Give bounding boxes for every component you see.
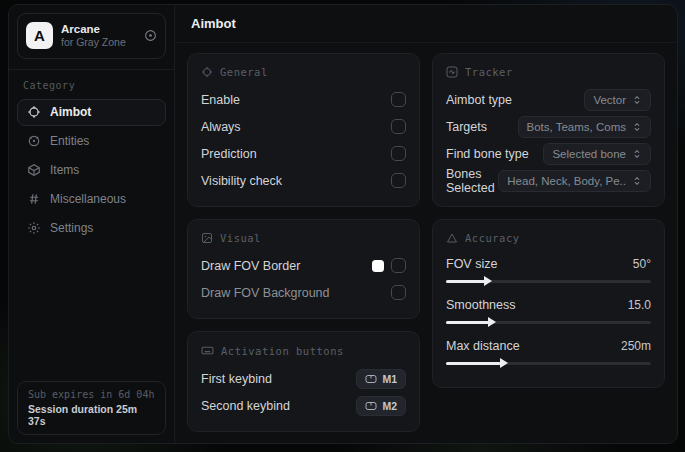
page-title: Aimbot	[191, 16, 236, 31]
always-checkbox[interactable]	[391, 119, 406, 134]
keybind-value: M1	[382, 373, 397, 385]
enable-checkbox[interactable]	[391, 92, 406, 107]
visual-card: Visual Draw FOV Border Draw FOV Backgrou…	[187, 219, 420, 319]
find-bone-type-dropdown[interactable]: Selected bone	[543, 143, 651, 165]
profile-settings-icon[interactable]	[144, 29, 157, 42]
sidebar-item-entities[interactable]: Entities	[17, 128, 166, 155]
slider-thumb[interactable]	[488, 317, 496, 327]
controls	[372, 258, 406, 273]
slider-thumb[interactable]	[484, 276, 492, 286]
sidebar-item-miscellaneous[interactable]: Miscellaneous	[17, 186, 166, 213]
setting-label: Prediction	[201, 147, 257, 161]
subscription-info: Sub expires in 6d 04h Session duration 2…	[17, 381, 166, 435]
keyboard-icon	[201, 344, 214, 357]
triangle-icon	[446, 232, 458, 244]
activation-buttons-card: Activation buttons First keybind M1 Seco…	[187, 331, 420, 432]
setting-label: Targets	[446, 120, 487, 134]
slider-value: 50°	[633, 257, 651, 271]
dropdown-value: Selected bone	[552, 148, 626, 160]
accuracy-card: Accuracy FOV size 50°	[432, 219, 665, 388]
activity-icon	[446, 66, 458, 78]
mouse-icon	[365, 401, 377, 411]
misc-icon	[27, 192, 41, 206]
sidebar-item-items[interactable]: Items	[17, 157, 166, 184]
second-keybind-button[interactable]: M2	[356, 396, 406, 416]
sidebar-divider	[9, 69, 174, 70]
session-duration-text: Session duration 25m 37s	[28, 403, 155, 427]
chevrons-up-down-icon	[632, 95, 642, 105]
main-header: Aimbot	[175, 5, 677, 43]
card-title: Accuracy	[465, 232, 520, 244]
setting-label: Visibility check	[201, 174, 282, 188]
general-card-header: General	[201, 66, 406, 78]
prediction-checkbox[interactable]	[391, 146, 406, 161]
setting-row-draw-fov-background: Draw FOV Background	[201, 279, 406, 306]
app-logo: A	[26, 22, 53, 49]
accuracy-card-header: Accuracy	[446, 232, 651, 244]
sidebar-item-settings[interactable]: Settings	[17, 215, 166, 242]
setting-row-targets: Targets Bots, Teams, Coms	[446, 113, 651, 140]
chevrons-up-down-icon	[632, 176, 642, 186]
dropdown-value: Head, Neck, Body, Pe..	[507, 175, 626, 187]
sidebar-item-label: Settings	[50, 221, 93, 235]
fov-border-color-swatch[interactable]	[372, 260, 384, 272]
first-keybind-button[interactable]: M1	[356, 369, 406, 389]
content-area: General Enable Always Prediction	[175, 43, 677, 443]
general-card: General Enable Always Prediction	[187, 53, 420, 207]
setting-label: Draw FOV Border	[201, 259, 300, 273]
profile-card[interactable]: A Arcane for Gray Zone	[17, 13, 166, 59]
setting-label: Second keybind	[201, 399, 290, 413]
fov-size-slider[interactable]	[446, 280, 651, 283]
app-name: Arcane	[61, 22, 136, 36]
card-title: Activation buttons	[221, 345, 344, 357]
slider-thumb[interactable]	[500, 358, 508, 368]
setting-label: First keybind	[201, 372, 272, 386]
image-icon	[201, 232, 213, 244]
sidebar-item-label: Aimbot	[50, 105, 91, 119]
setting-row-visibility-check: Visibility check	[201, 167, 406, 194]
card-title: Visual	[220, 232, 261, 244]
aimbot-type-dropdown[interactable]: Vector	[584, 89, 651, 111]
visual-card-header: Visual	[201, 232, 406, 244]
slider-fill	[446, 280, 485, 283]
keybind-value: M2	[382, 400, 397, 412]
mouse-icon	[365, 374, 377, 384]
right-column: Tracker Aimbot type Vector Targets	[432, 53, 665, 388]
draw-fov-border-checkbox[interactable]	[391, 258, 406, 273]
draw-fov-background-checkbox[interactable]	[391, 285, 406, 300]
slider-value: 15.0	[628, 298, 651, 312]
setting-label: Max distance	[446, 339, 520, 353]
cheat-menu-window: A Arcane for Gray Zone Category Aimbot	[8, 4, 678, 444]
setting-row-draw-fov-border: Draw FOV Border	[201, 252, 406, 279]
profile-text: Arcane for Gray Zone	[61, 22, 136, 50]
box-icon	[27, 163, 41, 177]
main-panel: Aimbot General Enable	[175, 5, 677, 443]
sidebar-item-label: Items	[50, 163, 79, 177]
category-label: Category	[9, 76, 174, 99]
sidebar-item-aimbot[interactable]: Aimbot	[17, 99, 166, 126]
sidebar-item-label: Miscellaneous	[50, 192, 126, 206]
setting-row-enable: Enable	[201, 86, 406, 113]
crosshair-icon	[201, 66, 213, 78]
slider-value: 250m	[621, 339, 651, 353]
visibility-check-checkbox[interactable]	[391, 173, 406, 188]
setting-row-prediction: Prediction	[201, 140, 406, 167]
sidebar: A Arcane for Gray Zone Category Aimbot	[9, 5, 175, 443]
tracker-card: Tracker Aimbot type Vector Targets	[432, 53, 665, 207]
bones-selected-dropdown[interactable]: Head, Neck, Body, Pe..	[498, 170, 651, 192]
card-title: Tracker	[465, 66, 513, 78]
activation-card-header: Activation buttons	[201, 344, 406, 357]
targets-dropdown[interactable]: Bots, Teams, Coms	[518, 116, 652, 138]
smoothness-setting: Smoothness 15.0	[446, 293, 651, 324]
setting-row-aimbot-type: Aimbot type Vector	[446, 86, 651, 113]
setting-label: Draw FOV Background	[201, 286, 330, 300]
max-distance-slider[interactable]	[446, 362, 651, 365]
sidebar-nav: Aimbot Entities Items Miscellaneous	[9, 99, 174, 242]
setting-label: Smoothness	[446, 298, 515, 312]
crosshair-icon	[27, 105, 41, 119]
setting-row-second-keybind: Second keybind M2	[201, 392, 406, 419]
card-title: General	[220, 66, 268, 78]
slider-fill	[446, 321, 489, 324]
smoothness-slider[interactable]	[446, 321, 651, 324]
dropdown-value: Vector	[593, 94, 626, 106]
